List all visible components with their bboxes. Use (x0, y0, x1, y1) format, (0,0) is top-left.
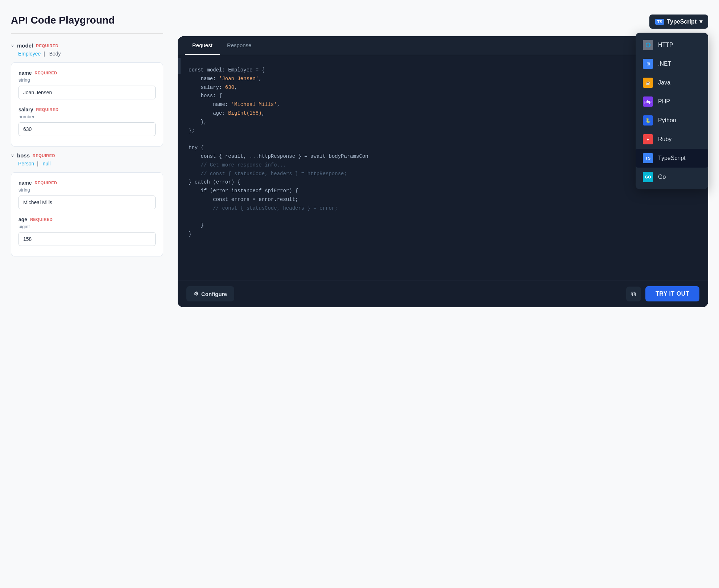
lang-python-label: Python (658, 117, 676, 124)
code-line-10: try { (189, 144, 697, 152)
boss-name-type: string (18, 187, 156, 193)
code-line-12: // Get more response info... (189, 161, 697, 170)
boss-age-label-row: age REQUIRED (18, 217, 156, 222)
code-line-7: }, (189, 118, 697, 127)
divider (11, 33, 163, 34)
boss-label: boss (17, 152, 30, 159)
boss-required-badge: REQUIRED (33, 153, 55, 158)
lang-net-label: .NET (658, 61, 671, 67)
page-title: API Code Playground (11, 15, 163, 26)
code-panel: ‹ Request Response const model: Employee… (178, 36, 708, 307)
name-card: name REQUIRED string salary REQUIRED num… (11, 62, 163, 147)
lang-option-php[interactable]: php PHP (636, 92, 708, 111)
code-line-8: }; (189, 127, 697, 135)
code-line-19: } (189, 221, 697, 230)
lang-dropdown-wrapper: TS TypeScript ▾ 🌐 HTTP ⊞ .NET ☕ Java php… (649, 15, 708, 29)
salary-label-row: salary REQUIRED (18, 107, 156, 112)
right-panel: TS TypeScript ▾ 🌐 HTTP ⊞ .NET ☕ Java php… (178, 15, 708, 307)
name-input[interactable] (18, 86, 156, 99)
lang-java-label: Java (658, 79, 670, 86)
code-line-9 (189, 135, 697, 144)
model-header: ∨ model REQUIRED (11, 42, 163, 49)
code-body: const model: Employee = { name: 'Joan Je… (178, 55, 708, 280)
configure-label: Configure (201, 291, 227, 297)
lang-dropdown-menu: 🌐 HTTP ⊞ .NET ☕ Java php PHP 🐍 Python ♦ (636, 33, 708, 189)
boss-null: null (43, 161, 51, 166)
lang-ts-label: TypeScript (658, 155, 686, 161)
boss-age-type: bigint (18, 224, 156, 229)
tab-request[interactable]: Request (185, 36, 220, 55)
python-icon: 🐍 (643, 115, 653, 126)
model-type-link[interactable]: Employee (18, 51, 41, 57)
boss-age-required-badge: REQUIRED (30, 217, 53, 222)
code-line-17: // const { statusCode, headers } = error… (189, 204, 697, 213)
salary-label: salary (18, 107, 33, 112)
http-icon: 🌐 (643, 40, 653, 50)
lang-option-net[interactable]: ⊞ .NET (636, 54, 708, 73)
chevron-down-icon: ▾ (699, 18, 702, 25)
boss-chevron-icon[interactable]: ∨ (11, 153, 14, 158)
code-line-18 (189, 213, 697, 222)
model-body: Body (49, 51, 61, 57)
left-panel: API Code Playground ∨ model REQUIRED Emp… (11, 15, 163, 256)
try-it-out-button[interactable]: TRY IT OUT (645, 286, 699, 301)
salary-input[interactable] (18, 122, 156, 136)
name-label-row: name REQUIRED (18, 70, 156, 76)
tab-response[interactable]: Response (220, 36, 259, 55)
boss-age-label: age (18, 217, 27, 222)
boss-name-input[interactable] (18, 196, 156, 209)
copy-button[interactable]: ⧉ (626, 287, 641, 301)
lang-selector-button[interactable]: TS TypeScript ▾ (649, 15, 708, 29)
salary-type: number (18, 114, 156, 119)
boss-sep: | (37, 161, 38, 166)
boss-name-field-group: name REQUIRED string (18, 180, 156, 209)
ts-icon: TS (643, 153, 653, 163)
lang-http-label: HTTP (658, 42, 673, 48)
lang-option-ruby[interactable]: ♦ Ruby (636, 130, 708, 149)
code-line-4: boss: { (189, 92, 697, 100)
model-required-badge: REQUIRED (36, 44, 58, 48)
go-icon: GO (643, 172, 653, 182)
model-links: Employee | Body (18, 51, 163, 57)
lang-option-http[interactable]: 🌐 HTTP (636, 36, 708, 54)
footer-right: ⧉ TRY IT OUT (626, 286, 699, 301)
lang-option-go[interactable]: GO Go (636, 168, 708, 186)
boss-name-label-row: name REQUIRED (18, 180, 156, 186)
configure-button[interactable]: ⚙ Configure (186, 286, 234, 301)
code-line-6: age: BigInt(158), (189, 109, 697, 118)
lang-option-python[interactable]: 🐍 Python (636, 111, 708, 130)
lang-option-typescript[interactable]: TS TypeScript (636, 149, 708, 168)
java-icon: ☕ (643, 78, 653, 88)
gear-icon: ⚙ (194, 291, 198, 297)
code-line-13: // const { statusCode, headers } = httpR… (189, 170, 697, 178)
boss-name-required-badge: REQUIRED (35, 181, 57, 185)
lang-badge: TS (655, 19, 664, 25)
code-line-1: const model: Employee = { (189, 66, 697, 75)
name-label: name (18, 70, 32, 76)
boss-card: name REQUIRED string age REQUIRED bigint (11, 172, 163, 256)
copy-icon: ⧉ (631, 290, 636, 297)
boss-age-input[interactable] (18, 232, 156, 246)
code-line-2: name: 'Joan Jensen', (189, 75, 697, 83)
boss-age-field-group: age REQUIRED bigint (18, 217, 156, 246)
code-footer: ⚙ Configure ⧉ TRY IT OUT (178, 280, 708, 307)
code-line-20: } (189, 230, 697, 239)
model-label: model (17, 42, 33, 49)
lang-selected-label: TypeScript (667, 18, 697, 25)
boss-links: Person | null (18, 161, 163, 166)
boss-header: ∨ boss REQUIRED (11, 152, 163, 159)
collapse-button[interactable]: ‹ (178, 58, 181, 74)
boss-type-link[interactable]: Person (18, 161, 34, 166)
boss-name-label: name (18, 180, 32, 186)
name-field-group: name REQUIRED string (18, 70, 156, 99)
name-type: string (18, 77, 156, 83)
ruby-icon: ♦ (643, 134, 653, 144)
lang-option-java[interactable]: ☕ Java (636, 73, 708, 92)
code-line-5: name: 'Micheal Mills', (189, 100, 697, 109)
code-line-15: if (error instanceof ApiError) { (189, 187, 697, 196)
lang-ruby-label: Ruby (658, 136, 672, 143)
model-sep: | (44, 51, 45, 57)
model-chevron-icon[interactable]: ∨ (11, 43, 14, 48)
lang-php-label: PHP (658, 98, 670, 105)
lang-go-label: Go (658, 174, 666, 180)
